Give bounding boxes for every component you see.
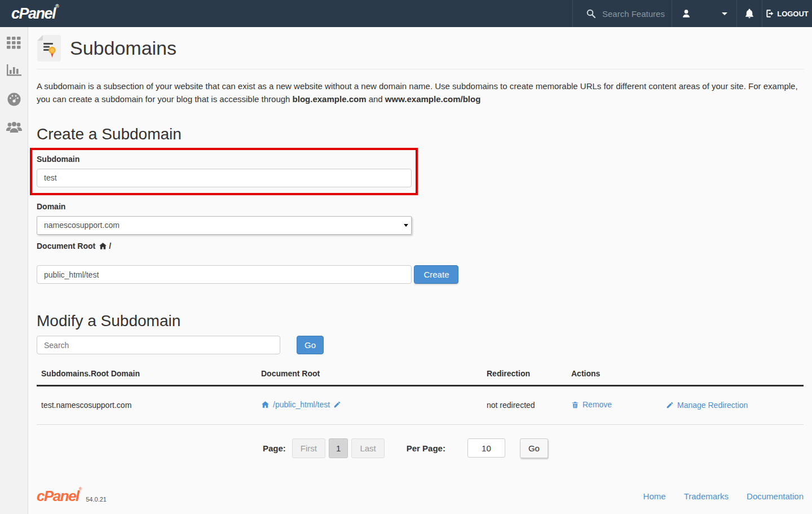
header-redirection: Redirection — [482, 363, 567, 386]
cpanel-logo[interactable]: cPanel® — [11, 5, 59, 23]
notifications-button[interactable] — [736, 0, 762, 27]
domain-select[interactable]: namescosupport.com — [37, 216, 412, 235]
logout-label: LOGOUT — [777, 10, 809, 18]
footer-link-trademarks[interactable]: Trademarks — [684, 491, 729, 501]
per-page-label: Per Page: — [407, 443, 445, 453]
document-root-label: Document Root / — [37, 241, 804, 251]
sidebar-item-statistics[interactable] — [7, 64, 21, 78]
example-path-url: www.example.com/blog — [385, 94, 480, 104]
page-footer: cPanel® 54.0.21 Home Trademarks Document… — [37, 487, 804, 514]
table-header-row: Subdomains.Root Domain Document Root Red… — [37, 363, 804, 386]
users-icon — [6, 121, 22, 134]
page-first-button[interactable]: First — [292, 438, 325, 458]
search-go-button[interactable]: Go — [297, 336, 324, 354]
header-actions: Actions — [567, 363, 804, 386]
cpanel-footer-logo: cPanel® — [37, 487, 81, 505]
page-title: Subdomains — [70, 37, 176, 59]
document-root-link[interactable]: /public_html/test — [261, 400, 341, 409]
example-subdomain-url: blog.example.com — [293, 94, 367, 104]
edit-pencil-icon — [666, 401, 674, 409]
subdomains-feature-icon — [37, 34, 61, 62]
domain-select-value: namescosupport.com — [44, 221, 120, 230]
version-label: 54.0.21 — [86, 496, 107, 503]
home-icon — [261, 401, 270, 408]
annotation-highlight-box: Subdomain — [30, 148, 418, 195]
header-subdomains-root-domain: Subdomains.Root Domain — [37, 363, 257, 386]
sidebar-item-home[interactable] — [7, 36, 21, 50]
page-current-button[interactable]: 1 — [329, 438, 348, 458]
page-header: Subdomains — [37, 27, 804, 69]
chevron-down-icon — [722, 12, 727, 15]
cell-actions: Remove Manage Redirection — [567, 386, 804, 425]
select-dropdown-arrow-icon[interactable] — [401, 217, 411, 234]
manage-redirection-link[interactable]: Manage Redirection — [666, 401, 748, 410]
top-navbar: cPanel® Search Features LOGOUT — [0, 0, 812, 27]
header-document-root: Document Root — [257, 363, 482, 386]
subdomains-table: Subdomains.Root Domain Document Root Red… — [37, 363, 804, 425]
cell-redirection: not redirected — [482, 386, 567, 425]
domain-label: Domain — [37, 202, 804, 211]
cell-document-root: /public_html/test — [257, 386, 482, 425]
per-page-input[interactable] — [467, 438, 505, 458]
logout-icon — [766, 9, 775, 18]
registered-mark: ® — [55, 3, 59, 9]
user-menu[interactable] — [672, 0, 736, 27]
create-button[interactable]: Create — [414, 265, 458, 284]
user-icon — [681, 8, 691, 19]
sidebar-item-dashboard[interactable] — [7, 92, 21, 107]
bar-chart-icon — [7, 64, 21, 78]
table-row: test.namescosupport.com /public_html/tes… — [37, 386, 804, 425]
search-features-placeholder: Search Features — [602, 9, 665, 19]
main-content: Subdomains A subdomain is a subsection o… — [28, 27, 812, 514]
subdomain-label: Subdomain — [37, 155, 411, 164]
home-icon — [99, 242, 107, 250]
grid-icon — [7, 37, 21, 49]
logout-button[interactable]: LOGOUT — [762, 0, 812, 27]
remove-link[interactable]: Remove — [571, 400, 612, 409]
left-sidebar — [0, 27, 28, 514]
page-label: Page: — [263, 443, 286, 453]
page-description: A subdomain is a subsection of your webs… — [37, 80, 804, 106]
speedometer-icon — [7, 92, 21, 107]
footer-link-documentation[interactable]: Documentation — [747, 491, 804, 501]
footer-link-home[interactable]: Home — [643, 491, 666, 501]
trash-icon — [571, 401, 579, 409]
edit-pencil-icon[interactable] — [333, 401, 341, 408]
bell-icon — [744, 8, 754, 19]
modify-subdomain-heading: Modify a Subdomain — [37, 312, 804, 330]
search-features[interactable]: Search Features — [572, 0, 672, 27]
sidebar-item-users[interactable] — [7, 120, 21, 135]
search-icon — [586, 9, 595, 18]
per-page-go-button[interactable]: Go — [520, 438, 548, 458]
document-root-input[interactable] — [37, 265, 412, 284]
create-subdomain-heading: Create a Subdomain — [37, 125, 804, 143]
subdomain-input[interactable] — [37, 169, 412, 187]
table-search-input[interactable] — [37, 336, 280, 354]
cell-subdomain: test.namescosupport.com — [37, 386, 257, 425]
table-search-row: Go — [37, 336, 804, 354]
pagination: Page: First 1 Last Per Page: Go — [263, 438, 804, 458]
page-last-button[interactable]: Last — [351, 438, 384, 458]
